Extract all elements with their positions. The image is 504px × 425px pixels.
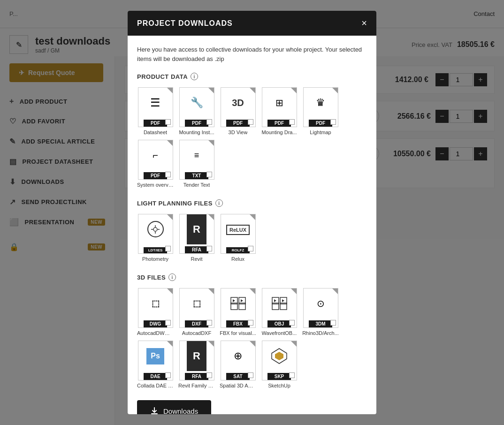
file-item-datasheet[interactable]: ☰ PDF Datasheet <box>137 87 174 135</box>
skp-svg <box>270 347 288 365</box>
file-checkbox[interactable] <box>206 119 212 125</box>
file-icon-dae: Ps DAE <box>138 341 173 380</box>
file-checkbox[interactable] <box>206 320 212 326</box>
file-checkbox[interactable] <box>248 320 253 326</box>
file-checkbox[interactable] <box>165 246 171 251</box>
file-item-mounting-inst[interactable]: 🔧 PDF Mounting Inst... <box>178 87 215 135</box>
file-item-revit[interactable]: R RFA Revit <box>178 214 215 262</box>
file-checkbox[interactable] <box>330 119 336 125</box>
svg-point-0 <box>153 228 157 231</box>
file-label: Mounting Inst... <box>179 129 214 135</box>
table-symbol: ⊞ <box>275 97 283 108</box>
file-icon-revit-family: R RFA <box>179 341 214 380</box>
file-item-dwg[interactable]: ⬚ DWG AutocadDWG ... <box>137 288 174 336</box>
svg-marker-15 <box>274 299 276 302</box>
file-icon-mounting-inst: 🔧 PDF <box>179 87 214 127</box>
ext-badge: FBX <box>226 320 250 327</box>
file-checkbox[interactable] <box>165 119 171 125</box>
file-label: WavefrontOB... <box>262 330 297 336</box>
file-checkbox[interactable] <box>206 172 212 177</box>
file-item-lightmap[interactable]: ♛ PDF Lightmap <box>302 87 339 135</box>
ext-badge: OBJ <box>267 320 291 327</box>
ext-badge: RFA <box>185 373 208 380</box>
file-label: 3D View <box>229 129 248 135</box>
file-item-tender-text[interactable]: ≡ TXT Tender Text <box>178 140 215 188</box>
file-checkbox[interactable] <box>289 119 295 125</box>
file-type-area: Ps <box>146 341 164 371</box>
file-item-dxf[interactable]: ⬚ DXF AutocadDXF <box>178 288 215 336</box>
file-item-relux[interactable]: ReLUX ROLFZ Relux <box>220 214 256 262</box>
modal-body: Here you have access to collective downl… <box>128 36 376 414</box>
corner-fold <box>332 288 338 294</box>
file-item-fbx[interactable]: FBX FBX for visual... <box>220 288 256 336</box>
ext-badge: SAT <box>226 373 250 380</box>
ext-badge: PDF <box>226 120 250 127</box>
file-icon-mounting-dra: ⊞ PDF <box>262 87 297 127</box>
file-type-area: R <box>187 341 206 371</box>
file-item-dae[interactable]: Ps DAE Collada DAE (... <box>137 341 174 388</box>
ext-badge: TXT <box>185 172 208 179</box>
file-item-3dm[interactable]: ⊙ 3DM Rhino3D/Arch... <box>302 288 339 336</box>
3dm-symbol: ⊙ <box>317 298 325 309</box>
ext-badge: PDF <box>144 172 167 179</box>
file-checkbox[interactable] <box>206 372 212 378</box>
corner-fold <box>250 288 255 294</box>
file-label: Spatial 3D ACI... <box>220 383 256 388</box>
file-type-area: ⌐ <box>153 140 158 170</box>
file-checkbox[interactable] <box>289 320 295 326</box>
file-label: Photometry <box>142 256 168 262</box>
info-icon-product-data[interactable]: i <box>191 73 198 80</box>
info-icon-3d-files[interactable]: i <box>168 273 176 281</box>
file-icon-3d-view: 3D PDF <box>221 87 256 127</box>
file-label: Revit Family F... <box>178 383 215 388</box>
info-icon-light-planning[interactable]: i <box>215 199 223 207</box>
ext-badge: DXF <box>185 320 208 327</box>
file-label: Tender Text <box>183 182 210 188</box>
r-symbol: R <box>193 223 200 235</box>
file-checkbox[interactable] <box>248 372 253 378</box>
file-checkbox[interactable] <box>165 372 171 378</box>
product-data-file-grid: ☰ PDF Datasheet 🔧 PDF <box>137 87 367 188</box>
file-checkbox[interactable] <box>248 119 253 125</box>
corner-fold <box>332 88 338 93</box>
ps-symbol: Ps <box>151 352 160 360</box>
file-item-obj[interactable]: OBJ WavefrontOB... <box>261 288 298 336</box>
photometry-svg <box>151 225 160 234</box>
file-label: AutocadDWG ... <box>137 330 174 336</box>
file-checkbox[interactable] <box>206 246 212 251</box>
file-label: Datasheet <box>144 129 167 135</box>
ext-badge: LDT/IES <box>144 247 167 253</box>
relux-box: ReLUX <box>226 225 250 235</box>
file-item-skp[interactable]: SKP SketchUp <box>261 341 298 388</box>
file-icon-dxf: ⬚ DXF <box>179 288 214 328</box>
file-checkbox[interactable] <box>165 172 171 177</box>
file-type-area: ♛ <box>316 88 325 118</box>
wrench-symbol: 🔧 <box>191 97 203 109</box>
file-checkbox[interactable] <box>165 320 171 326</box>
file-icon-3dm: ⊙ 3DM <box>303 288 338 328</box>
file-checkbox[interactable] <box>330 320 336 326</box>
file-item-sat[interactable]: ⊕ SAT Spatial 3D ACI... <box>220 341 256 388</box>
ext-badge: DWG <box>144 320 167 327</box>
file-type-area: 🔧 <box>191 88 203 118</box>
ext-badge: PDF <box>267 120 291 127</box>
file-item-mounting-dra[interactable]: ⊞ PDF Mounting Dra... <box>261 87 298 135</box>
modal-overlay: PROJECT DOWNLOADS × Here you have access… <box>0 0 504 425</box>
fbx-svg <box>230 296 246 311</box>
file-checkbox[interactable] <box>289 372 295 378</box>
svg-marker-9 <box>233 299 235 302</box>
file-item-3d-view[interactable]: 3D PDF 3D View <box>220 87 256 135</box>
file-icon-dwg: ⬚ DWG <box>138 288 173 328</box>
file-item-system-overvi[interactable]: ⌐ PDF System overvi... <box>137 140 174 188</box>
file-label: Mounting Dra... <box>261 129 297 135</box>
dae-box: Ps <box>146 348 164 364</box>
file-checkbox[interactable] <box>248 246 253 251</box>
main-downloads-button[interactable]: Downloads <box>137 400 211 414</box>
file-item-photometry[interactable]: LDT/IES Photometry <box>137 214 174 262</box>
modal-close-button[interactable]: × <box>361 18 367 29</box>
r-symbol: R <box>193 350 200 362</box>
file-item-revit-family[interactable]: R RFA Revit Family F... <box>178 341 215 388</box>
3d-symbol: 3D <box>232 98 244 108</box>
3d-files-file-grid: ⬚ DWG AutocadDWG ... ⬚ DXF <box>137 288 367 388</box>
file-label: Collada DAE (... <box>137 383 174 388</box>
